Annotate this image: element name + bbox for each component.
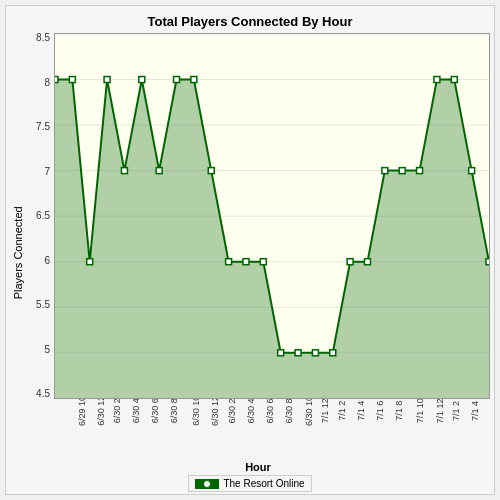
x-tick: 7/1 2 PM <box>451 399 461 421</box>
x-tick: 7/1 6 PM <box>489 399 490 421</box>
x-tick: 7/1 4 PM <box>470 399 480 421</box>
svg-rect-30 <box>417 168 423 174</box>
chart-right: 8.587.576.565.554.5 6/29 10 PM6/30 12 AM… <box>26 33 490 473</box>
x-tick: 6/30 10 AM <box>191 399 201 426</box>
x-tick: 7/1 12 AM <box>321 399 331 423</box>
svg-rect-26 <box>347 259 353 265</box>
svg-rect-24 <box>312 350 318 356</box>
y-tick: 7 <box>44 167 50 177</box>
svg-rect-16 <box>174 77 180 83</box>
svg-rect-17 <box>191 77 197 83</box>
x-tick: 6/30 6 AM <box>150 399 160 423</box>
x-tick: 6/29 10 PM <box>77 399 87 426</box>
x-ticks: 6/29 10 PM6/30 12 AM6/30 2 AM6/30 4 AM6/… <box>54 399 490 459</box>
x-tick: 6/30 10 PM <box>304 399 314 426</box>
svg-rect-9 <box>55 77 58 83</box>
svg-rect-20 <box>243 259 249 265</box>
x-tick: 6/30 6 PM <box>264 399 274 424</box>
y-tick: 8.5 <box>36 33 50 43</box>
chart-plot-area: 8.587.576.565.554.5 <box>26 33 490 399</box>
x-tick: 6/30 4 AM <box>131 399 141 423</box>
legend-label: The Resort Online <box>223 478 304 489</box>
x-tick: 7/1 4 AM <box>356 399 366 421</box>
svg-rect-11 <box>87 259 93 265</box>
y-ticks: 8.587.576.565.554.5 <box>26 33 54 399</box>
svg-rect-19 <box>226 259 232 265</box>
x-tick: 6/30 8 AM <box>169 399 179 423</box>
x-tick: 6/30 2 AM <box>112 399 122 423</box>
chart-body: Players Connected 8.587.576.565.554.5 6/… <box>10 33 490 473</box>
x-axis-label: Hour <box>26 461 490 473</box>
y-tick: 5 <box>44 345 50 355</box>
svg-rect-12 <box>104 77 110 83</box>
y-axis-label: Players Connected <box>10 33 26 473</box>
svg-rect-18 <box>208 168 214 174</box>
svg-rect-27 <box>364 259 370 265</box>
chart-container: Total Players Connected By Hour Players … <box>5 5 495 495</box>
y-tick: 7.5 <box>36 122 50 132</box>
svg-wrapper <box>54 33 490 399</box>
svg-rect-31 <box>434 77 440 83</box>
chart-svg <box>55 34 489 398</box>
y-tick: 4.5 <box>36 389 50 399</box>
x-tick: 6/30 4 PM <box>245 399 255 424</box>
x-tick: 6/30 12 PM <box>210 399 220 426</box>
svg-rect-10 <box>69 77 75 83</box>
svg-rect-23 <box>295 350 301 356</box>
chart-title: Total Players Connected By Hour <box>148 14 353 29</box>
legend-swatch <box>195 479 219 489</box>
svg-rect-28 <box>382 168 388 174</box>
y-tick: 8 <box>44 78 50 88</box>
svg-rect-29 <box>399 168 405 174</box>
x-tick: 7/1 2 AM <box>337 399 347 421</box>
svg-rect-34 <box>486 259 489 265</box>
svg-rect-21 <box>260 259 266 265</box>
x-tick: 6/30 2 PM <box>226 399 236 424</box>
svg-rect-15 <box>156 168 162 174</box>
x-tick: 7/1 10 AM <box>415 399 425 423</box>
x-tick: 7/1 6 AM <box>375 399 385 421</box>
y-tick: 6 <box>44 256 50 266</box>
y-tick: 5.5 <box>36 300 50 310</box>
svg-rect-25 <box>330 350 336 356</box>
x-tick: 7/1 8 AM <box>394 399 404 421</box>
legend: The Resort Online <box>188 475 311 492</box>
svg-rect-33 <box>469 168 475 174</box>
svg-rect-14 <box>139 77 145 83</box>
x-tick: 6/30 8 PM <box>283 399 293 424</box>
x-tick: 6/30 12 AM <box>96 399 106 426</box>
svg-rect-32 <box>451 77 457 83</box>
x-tick: 7/1 12 PM <box>435 399 445 424</box>
y-tick: 6.5 <box>36 211 50 221</box>
svg-rect-13 <box>121 168 127 174</box>
x-axis-area: 6/29 10 PM6/30 12 AM6/30 2 AM6/30 4 AM6/… <box>26 399 490 459</box>
svg-rect-22 <box>278 350 284 356</box>
